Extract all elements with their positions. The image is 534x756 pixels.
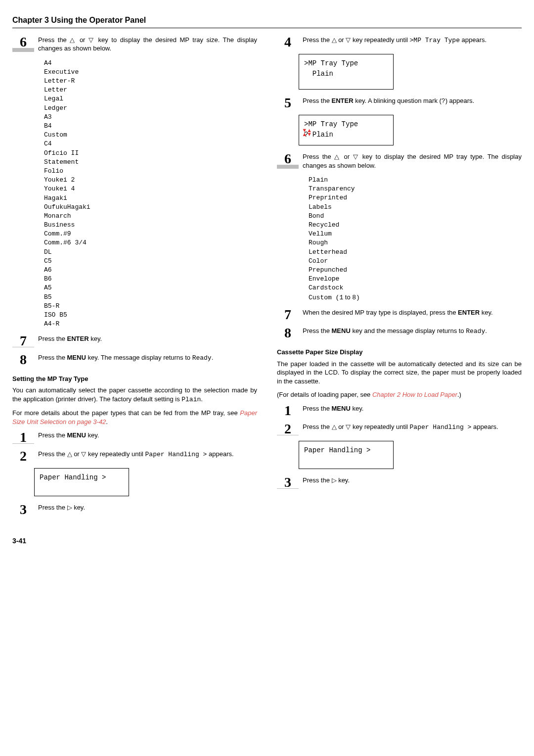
left-step2: Press the △ or ▽ key repeatedly until Pa… — [34, 450, 257, 462]
step-number-6r: 6 — [277, 152, 299, 170]
para-cassette-2: (For details of loading paper, see Chapt… — [277, 390, 522, 399]
right-step8: Press the MENU key and the message displ… — [299, 327, 522, 339]
step6-text: Press the △ or ▽ key to display the desi… — [34, 36, 257, 53]
para-mp-tray: You can automatically select the paper c… — [12, 386, 257, 404]
para-cassette-1: The paper loaded in the cassette will be… — [277, 360, 522, 386]
step-number-5: 5 — [277, 96, 299, 109]
left-step1: Press the MENU key. — [34, 431, 257, 443]
step-number-3: 3 — [12, 503, 34, 516]
step7-text: Press the ENTER key. — [34, 334, 257, 347]
right-step7: When the desired MP tray type is display… — [299, 308, 522, 321]
step-number-6: 6 — [12, 36, 34, 53]
lcd-mp-tray-plain: >MP Tray Type Plain — [299, 54, 394, 90]
page-number: 3-41 — [12, 536, 522, 546]
right-step4: Press the △ or ▽ key repeatedly until >M… — [299, 36, 522, 48]
step-number-4: 4 — [277, 36, 299, 48]
link-how-to-load-paper[interactable]: Chapter 2 How to Load Paper — [372, 391, 457, 398]
step-number-2r: 2 — [277, 423, 299, 435]
step8-text: Press the MENU key. The message display … — [34, 353, 257, 366]
right-step1: Press the MENU key. — [299, 404, 522, 417]
subhead-mp-tray-type: Setting the MP Tray Type — [12, 375, 257, 383]
para-more-details: For more details about the paper types t… — [12, 409, 257, 426]
left-column: 6 Press the △ or ▽ key to display the de… — [12, 36, 257, 521]
subhead-cassette: Cassette Paper Size Display — [277, 348, 522, 357]
lcd-paper-handling-left: Paper Handling > — [34, 468, 129, 496]
step-number-7: 7 — [12, 334, 34, 347]
lcd-paper-handling-right: Paper Handling > — [299, 441, 394, 469]
step-number-8r: 8 — [277, 327, 299, 339]
right-step3: Press the ▷ key. — [299, 476, 522, 488]
step-number-3r: 3 — [277, 476, 299, 488]
right-step6: Press the △ or ▽ key to display the desi… — [299, 152, 522, 170]
step-number-2: 2 — [12, 450, 34, 462]
blink-cursor-icon: ▾▴▴▾ — [302, 129, 312, 137]
step-number-8: 8 — [12, 353, 34, 366]
lcd-mp-tray-blink: >MP Tray Type ? Plain ▾▴▴▾ — [299, 115, 394, 145]
step-number-7r: 7 — [277, 308, 299, 321]
right-step5: Press the ENTER key. A blinking question… — [299, 96, 522, 109]
type-list: Plain Transparency Preprinted Labels Bon… — [309, 176, 522, 302]
step-number-1r: 1 — [277, 404, 299, 417]
chapter-title: Chapter 3 Using the Operator Panel — [12, 15, 522, 28]
size-list: A4 Executive Letter-R Letter Legal Ledge… — [44, 59, 257, 329]
left-step3: Press the ▷ key. — [34, 503, 257, 516]
step-number-1: 1 — [12, 431, 34, 443]
right-column: 4 Press the △ or ▽ key repeatedly until … — [277, 36, 522, 521]
right-step2: Press the △ or ▽ key repeatedly until Pa… — [299, 423, 522, 435]
